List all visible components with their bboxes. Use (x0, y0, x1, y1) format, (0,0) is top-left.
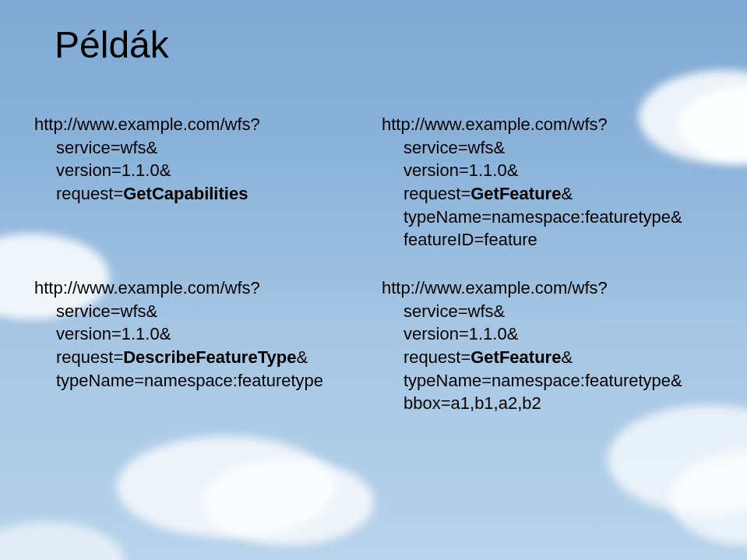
slide: Példák http://www.example.com/wfs? servi… (0, 0, 747, 560)
param-text: & (561, 184, 573, 203)
param-text: version=1.1.0& (56, 324, 171, 343)
param-text: typeName=namespace:featuretype& (403, 207, 682, 227)
example-describefeaturetype: http://www.example.com/wfs? service=wfs&… (34, 276, 377, 392)
param-text: & (561, 347, 573, 367)
url-text: http://www.example.com/wfs? (382, 278, 608, 298)
slide-title: Példák (55, 23, 169, 66)
param-text: featureID=feature (403, 230, 537, 249)
param-text: typeName=namespace:featuretype& (403, 371, 682, 390)
param-text: version=1.1.0& (56, 160, 171, 180)
example-getfeature-id: http://www.example.com/wfs? service=wfs&… (382, 113, 732, 252)
cloud-decoration (203, 460, 374, 545)
param-text: request= (56, 184, 123, 203)
url-text: http://www.example.com/wfs? (34, 114, 260, 134)
request-keyword: GetFeature (470, 184, 561, 203)
request-keyword: GetCapabilities (123, 184, 248, 203)
param-text: typeName=namespace:featuretype (56, 371, 323, 390)
param-text: service=wfs& (56, 301, 157, 321)
param-text: service=wfs& (403, 301, 505, 321)
param-text: request= (403, 347, 470, 367)
param-text: service=wfs& (56, 138, 157, 157)
request-keyword: DescribeFeatureType (123, 347, 296, 367)
param-text: version=1.1.0& (403, 160, 518, 180)
param-text: service=wfs& (403, 138, 505, 157)
param-text: request= (403, 184, 470, 203)
cloud-decoration (0, 522, 125, 560)
example-getcapabilities: http://www.example.com/wfs? service=wfs&… (34, 113, 361, 206)
url-text: http://www.example.com/wfs? (34, 278, 260, 298)
param-text: request= (56, 347, 123, 367)
request-keyword: GetFeature (470, 347, 561, 367)
param-text: & (296, 347, 308, 367)
url-text: http://www.example.com/wfs? (382, 114, 608, 134)
param-text: bbox=a1,b1,a2,b2 (403, 393, 541, 413)
param-text: version=1.1.0& (403, 324, 518, 343)
example-getfeature-bbox: http://www.example.com/wfs? service=wfs&… (382, 276, 732, 415)
